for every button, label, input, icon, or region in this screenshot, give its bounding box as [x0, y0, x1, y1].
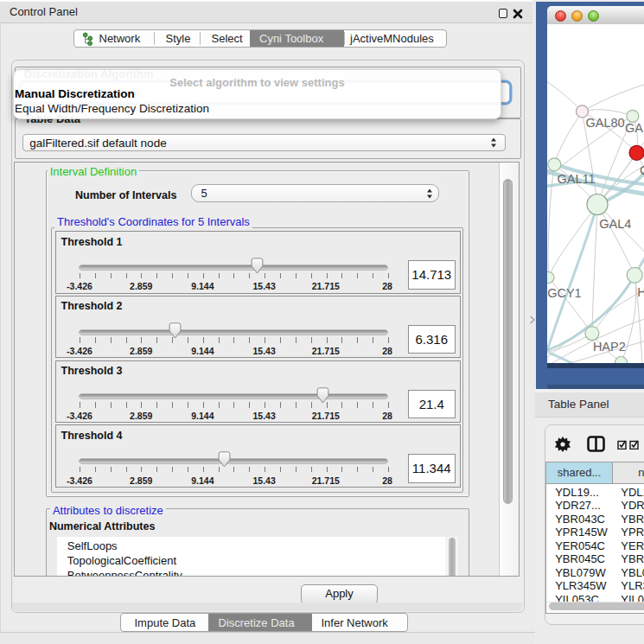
svg-text:HAP2: HAP2	[592, 339, 625, 353]
svg-text:GA: GA	[625, 120, 643, 134]
svg-text:GAL4: GAL4	[599, 216, 631, 230]
svg-text:GCY1: GCY1	[547, 286, 582, 300]
svg-text:H: H	[637, 284, 644, 298]
svg-text:C: C	[640, 163, 644, 176]
svg-text:GAL11: GAL11	[557, 171, 595, 185]
svg-text:GAL80: GAL80	[585, 116, 624, 130]
